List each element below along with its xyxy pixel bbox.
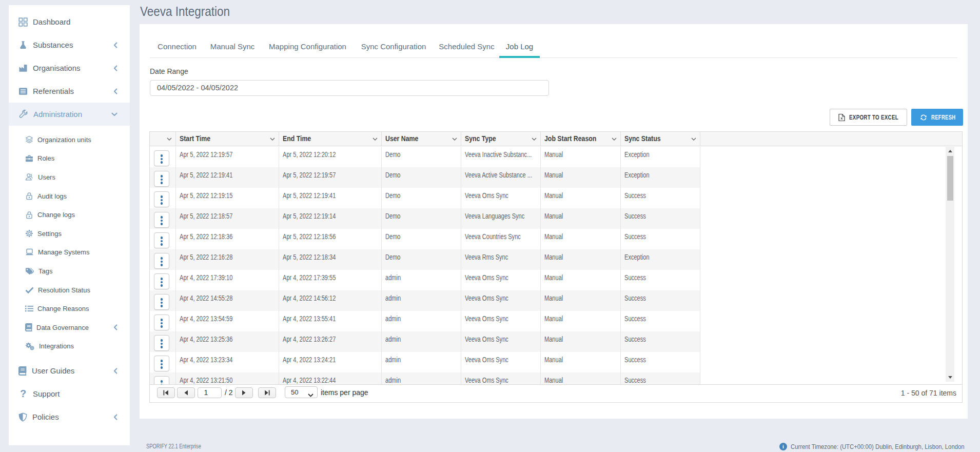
svg-text:i: i (782, 444, 784, 449)
svg-text:x: x (840, 116, 843, 121)
